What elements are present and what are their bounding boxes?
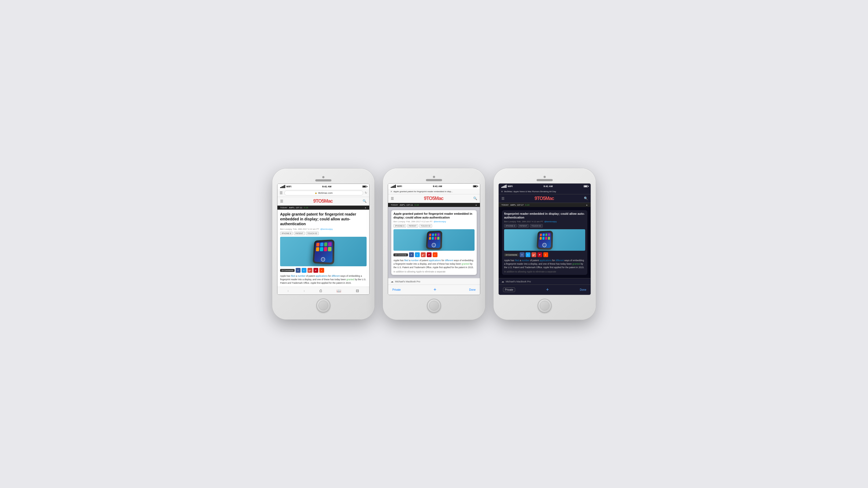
facebook-btn-1[interactable]: f (296, 268, 301, 273)
ticker-arrow-1: ▲ (365, 206, 367, 209)
tab-fb-3: f (520, 252, 525, 257)
granted-link-1[interactable]: granted (346, 278, 354, 281)
different-link-1[interactable]: different (332, 274, 340, 277)
status-time-1: 9:41 AM (322, 185, 332, 188)
ticker-label-2: TODAY (391, 204, 398, 206)
home-button-1[interactable] (316, 298, 330, 313)
comments-btn-1[interactable]: 18 Comments (280, 269, 294, 272)
signal-area: WiFi (280, 185, 291, 188)
signal-bar-3-2 (502, 186, 503, 188)
iphone-1: WiFi 9:41 AM ☰ 🔒 9to5mac.com (272, 169, 374, 320)
front-camera (322, 176, 324, 178)
tab-fb-2: f (409, 252, 414, 257)
tab-close-2[interactable]: ✕ (390, 190, 392, 193)
tabs-bg-2: Apple granted patent for fingerprint rea… (388, 207, 480, 279)
wifi-icon: WiFi (286, 185, 291, 188)
reddit-btn-1[interactable]: r (319, 268, 324, 273)
home-button-inner-1 (318, 301, 328, 310)
add-tab-btn-3[interactable]: + (546, 287, 549, 293)
icloud-bar-3: ☁ Michael's MacBook Pro (499, 278, 591, 285)
search-icon-1[interactable]: 🔍 (363, 199, 367, 203)
ticker-change-2: 0.18 (415, 204, 419, 206)
applications-link-1[interactable]: applications (316, 274, 328, 277)
app-icon-4 (328, 242, 332, 246)
bookmarks-btn-1[interactable]: 📖 (337, 289, 341, 293)
tag-iphone8-1[interactable]: IPHONE 8 (280, 232, 293, 235)
tab-author-3: Ben Lovejoy (504, 220, 516, 223)
signal-bars (280, 185, 285, 188)
tab-tags-3: IPHONE 8 PATENT TOUCH ID (504, 224, 585, 228)
tab-tag-patent-3: PATENT (518, 224, 529, 228)
tabs-btn-1[interactable]: ⊟ (356, 289, 359, 293)
tab-comments-btn-3: 19 Comments (504, 253, 519, 256)
site-logo-3: 9TO5Mac (507, 196, 582, 201)
back-btn-1[interactable]: ‹ (288, 289, 289, 293)
tab-thumbnail-2[interactable]: Apple granted patent for fingerprint rea… (391, 210, 477, 275)
tab-twitter-3: @benlovejoy (544, 220, 556, 223)
menu-icon-1[interactable]: ☰ (280, 199, 283, 203)
tab-re-3: r (543, 252, 548, 257)
signal-area-2: WiFi (391, 185, 402, 188)
filed-link-1[interactable]: filed (291, 274, 295, 277)
twitter-btn-1[interactable]: t (302, 268, 306, 273)
gplus-btn-1[interactable]: g+ (308, 268, 312, 273)
ticker-1: TODAY AAPL: 137.11 0.18 ▲ (277, 206, 369, 209)
search-icon-2[interactable]: 🔍 (473, 196, 477, 200)
signal-bar-3-1 (501, 187, 502, 188)
tag-patent-1[interactable]: PATENT (294, 232, 305, 235)
private-btn-2[interactable]: Private (392, 288, 401, 291)
tab-gp-2: g+ (421, 252, 426, 257)
tabs-bottom-bar-2: Private + Done (388, 285, 480, 295)
site-nav-2: ☰ 9TO5Mac 🔍 (388, 194, 480, 203)
refresh-icon-1[interactable]: ↻ (365, 191, 367, 195)
done-btn-2[interactable]: Done (469, 288, 476, 291)
signal-bar-2-3 (393, 186, 394, 188)
article-meta-1: Ben Lovejoy Feb. 28th 2017 4:12 am PT @b… (280, 228, 367, 230)
pinterest-btn-1[interactable]: P (313, 268, 318, 273)
tab-number-3: number (522, 259, 529, 262)
ticker-arrow-2: ▲ (475, 204, 477, 206)
forward-btn-1[interactable]: › (304, 289, 305, 293)
tab-title-3: 9to5Mac: Apple News & Mac Rumors Breakin… (504, 190, 588, 193)
tab-article-image-2 (394, 229, 474, 251)
home-button-3[interactable] (538, 299, 552, 313)
tab-thumbnail-3[interactable]: fingerprint reader embedded in display; … (502, 210, 587, 275)
tab-tag-iphone8-3: IPHONE 8 (504, 224, 517, 228)
status-bar-3: WiFi 9:41 AM (499, 184, 591, 189)
twitter-1[interactable]: @benlovejoy (320, 228, 333, 230)
hamburger-icon-1[interactable]: ☰ (280, 191, 283, 195)
iphone-3-screen: WiFi 9:41 AM ✕ 9to5Mac: Apple News & Mac… (499, 184, 591, 295)
menu-icon-3[interactable]: ☰ (501, 196, 505, 200)
done-btn-3[interactable]: Done (580, 288, 586, 291)
tab-article-preview-2: Apple granted patent for fingerprint rea… (391, 210, 477, 275)
tab-close-3[interactable]: ✕ (501, 190, 503, 193)
iphone-2-screen: WiFi 9:41 AM ✕ Apple granted patent for … (388, 184, 480, 295)
number-link-1[interactable]: number (298, 274, 305, 277)
private-btn-3[interactable]: Private (503, 288, 515, 292)
signal-bar-2-2 (392, 186, 393, 188)
app-icon-3 (324, 242, 328, 247)
url-bar-1[interactable]: ☰ 🔒 9to5mac.com ↻ (277, 189, 369, 197)
url-field-1[interactable]: 🔒 9to5mac.com (284, 191, 363, 195)
phone-graphic-1 (313, 239, 334, 265)
iphone-1-bottom (277, 295, 370, 315)
menu-icon-2[interactable]: ☰ (391, 196, 394, 200)
signal-bar-3 (282, 186, 283, 188)
tab-pi-3: P (537, 252, 542, 257)
article-image-1 (280, 237, 367, 266)
safari-bottom-bar-1: ‹ › ⎙ 📖 ⊟ (277, 287, 369, 294)
site-nav-1: ☰ 9TO5Mac 🔍 (277, 197, 369, 206)
search-icon-3[interactable]: 🔍 (584, 196, 588, 200)
tab-share-bar-3: 19 Comments f t g+ P r (504, 252, 585, 257)
tag-touchid-1[interactable]: TOUCH ID (306, 232, 319, 235)
iphone-1-screen: WiFi 9:41 AM ☰ 🔒 9to5mac.com (277, 184, 369, 295)
site-logo-2: 9TO5Mac (396, 196, 471, 201)
tab-tag-iphone8-2: IPHONE 8 (394, 224, 406, 228)
signal-bar-5 (284, 185, 285, 188)
iphone-1-screen-wrapper: WiFi 9:41 AM ☰ 🔒 9to5mac.com (277, 184, 370, 295)
signal-bar-2-5 (395, 185, 396, 188)
tab-title-2: Apple granted patent for fingerprint rea… (394, 190, 478, 193)
share-btn-1[interactable]: ⎙ (319, 289, 322, 293)
home-button-2[interactable] (427, 299, 441, 313)
add-tab-btn-2[interactable]: + (433, 287, 436, 293)
